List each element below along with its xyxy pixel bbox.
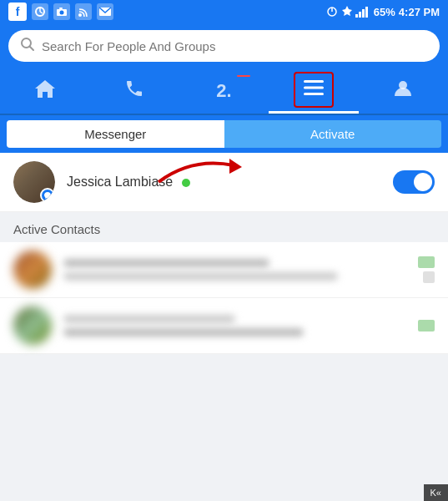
status-bar-left: f bbox=[8, 3, 113, 21]
svg-rect-18 bbox=[304, 93, 324, 95]
tab-phone[interactable] bbox=[89, 68, 179, 114]
svg-point-4 bbox=[60, 11, 64, 15]
time-display: 4:27 PM bbox=[399, 6, 440, 18]
watermark: K« bbox=[424, 484, 448, 501]
tab-requests[interactable]: 2. bbox=[179, 68, 269, 114]
blurred-avatar-1 bbox=[13, 250, 52, 289]
blurred-avatar-2 bbox=[13, 306, 52, 345]
requests-badge bbox=[237, 75, 250, 77]
active-contacts-section: Active Contacts bbox=[0, 212, 448, 242]
home-icon bbox=[33, 78, 57, 105]
blurred-status-2 bbox=[418, 320, 435, 331]
toggle-tabs: Messenger Activate bbox=[0, 115, 448, 153]
blurred-text-2 bbox=[63, 315, 406, 337]
search-icon bbox=[20, 37, 35, 55]
svg-rect-16 bbox=[304, 80, 324, 83]
requests-icon: 2. bbox=[216, 80, 231, 102]
blurred-line bbox=[63, 328, 304, 337]
battery-level: 65% bbox=[374, 6, 395, 18]
facebook-icon: f bbox=[8, 3, 27, 21]
search-input[interactable] bbox=[42, 39, 428, 53]
blurred-line bbox=[63, 315, 235, 323]
navigation-tabs: 2. bbox=[0, 68, 448, 115]
phone-icon bbox=[124, 78, 144, 104]
blurred-contact-1 bbox=[0, 242, 448, 298]
svg-rect-10 bbox=[355, 14, 358, 18]
tab-profile[interactable] bbox=[359, 68, 448, 114]
online-status-dot bbox=[182, 179, 190, 187]
svg-rect-5 bbox=[59, 8, 63, 9]
lists-icon bbox=[302, 77, 325, 102]
svg-rect-17 bbox=[304, 87, 324, 89]
tab-lists[interactable] bbox=[269, 68, 358, 114]
mail-icon bbox=[97, 3, 113, 20]
jessica-avatar bbox=[13, 161, 55, 203]
camera-icon bbox=[53, 3, 70, 20]
search-bar bbox=[0, 23, 448, 68]
activate-tab[interactable]: Activate bbox=[224, 120, 442, 148]
search-wrapper[interactable] bbox=[8, 30, 440, 62]
messenger-badge bbox=[40, 188, 55, 203]
svg-rect-13 bbox=[365, 7, 368, 18]
toggle-knob bbox=[414, 173, 432, 191]
blurred-green-status bbox=[418, 256, 435, 268]
jessica-toggle[interactable] bbox=[393, 170, 435, 194]
blurred-line bbox=[63, 272, 338, 281]
tab-home[interactable] bbox=[0, 68, 89, 114]
status-bar-right: 65% 4:27 PM bbox=[325, 6, 440, 18]
active-contacts-title: Active Contacts bbox=[13, 222, 100, 236]
jessica-contact-info: Jessica Lambiase bbox=[67, 175, 381, 190]
profile-icon bbox=[392, 78, 414, 105]
blurred-green-status bbox=[418, 320, 435, 331]
jessica-name: Jessica Lambiase bbox=[67, 175, 173, 189]
notification-icon bbox=[32, 3, 48, 20]
svg-rect-11 bbox=[359, 12, 361, 18]
jessica-contact-item: Jessica Lambiase bbox=[0, 153, 448, 212]
svg-rect-12 bbox=[362, 9, 365, 18]
svg-point-6 bbox=[78, 13, 82, 17]
status-bar: f bbox=[0, 0, 448, 23]
rss-icon bbox=[75, 3, 92, 20]
svg-line-2 bbox=[40, 12, 43, 13]
svg-line-15 bbox=[30, 47, 34, 51]
lists-tab-highlight bbox=[294, 72, 334, 108]
blurred-gray-status bbox=[423, 271, 435, 283]
blurred-text-1 bbox=[63, 259, 406, 281]
blurred-contact-2 bbox=[0, 298, 448, 354]
blurred-status-1 bbox=[418, 256, 435, 283]
messenger-tab[interactable]: Messenger bbox=[7, 120, 224, 148]
blurred-line bbox=[63, 259, 269, 267]
